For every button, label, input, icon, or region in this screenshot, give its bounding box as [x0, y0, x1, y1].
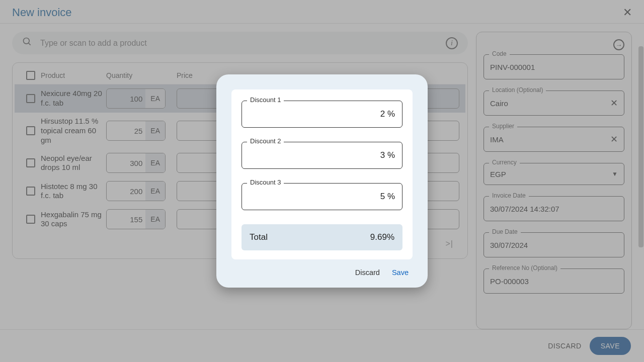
modal-save-button[interactable]: Save — [392, 268, 409, 277]
modal-actions: Discard Save — [231, 259, 413, 279]
total-label: Total — [250, 232, 268, 242]
total-row: Total 9.69% — [242, 224, 403, 250]
discount1-field[interactable]: Discount 1 2 % — [242, 101, 403, 128]
discount-modal: Discount 1 2 % Discount 2 3 % Discount 3… — [216, 74, 428, 288]
discount3-field[interactable]: Discount 3 5 % — [242, 183, 403, 210]
modal-body: Discount 1 2 % Discount 2 3 % Discount 3… — [231, 89, 413, 259]
modal-discard-button[interactable]: Discard — [355, 268, 380, 277]
total-value: 9.69% — [370, 232, 394, 242]
discount2-field[interactable]: Discount 2 3 % — [242, 142, 403, 169]
modal-backdrop[interactable]: Discount 1 2 % Discount 2 3 % Discount 3… — [0, 0, 644, 362]
